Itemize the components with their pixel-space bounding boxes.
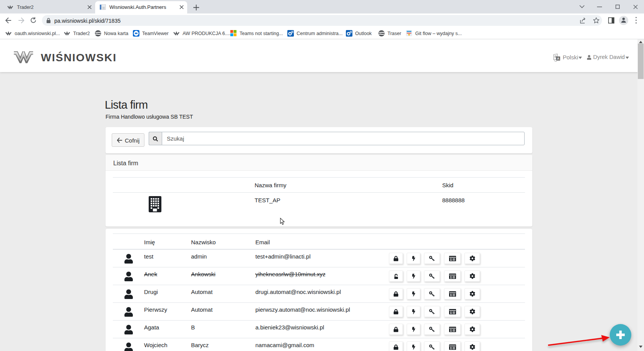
svg-text:A: A [557,57,559,60]
